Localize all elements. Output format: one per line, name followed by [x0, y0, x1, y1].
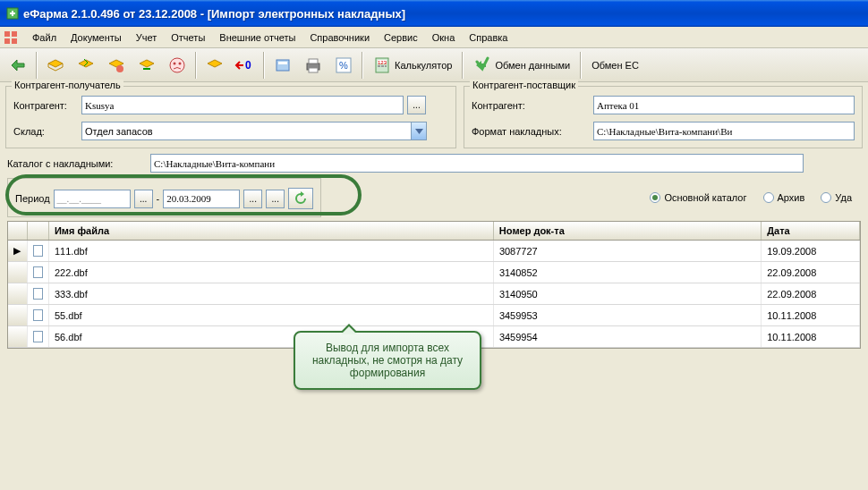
menu-directories[interactable]: Справочники: [302, 28, 377, 47]
svg-rect-10: [277, 60, 289, 71]
toolbar-separator: [580, 52, 582, 79]
period-from-input[interactable]: __.__.____: [54, 190, 131, 208]
svg-rect-13: [309, 59, 318, 63]
menu-reports[interactable]: Отчеты: [164, 28, 212, 47]
radio-archive[interactable]: Архив: [763, 192, 805, 203]
toolbar-btn-5[interactable]: [132, 51, 161, 80]
cell-date: 10.11.2008: [762, 326, 860, 347]
svg-point-7: [174, 62, 176, 64]
title-bar: еФарма 2.1.0.496 от 23.12.2008 - [Импорт…: [0, 0, 868, 27]
toolbar-separator: [36, 52, 38, 79]
menu-accounting[interactable]: Учет: [129, 28, 165, 47]
row-checkbox[interactable]: [28, 326, 49, 347]
toolbar-btn-4[interactable]: [102, 51, 131, 80]
toolbar-calculator[interactable]: 123 Калькулятор: [367, 51, 458, 80]
toolbar-separator: [362, 52, 363, 79]
invoice-grid: Имя файла Номер док-та Дата ▶111.dbf3087…: [7, 221, 861, 349]
supplier-group: Контрагент-поставщик Контрагент: Аптека …: [464, 86, 863, 148]
toolbar-btn-percent[interactable]: %: [329, 51, 358, 80]
catalog-label: Каталог с накладными:: [7, 158, 141, 169]
grid-header-file[interactable]: Имя файла: [49, 222, 494, 240]
table-row[interactable]: 55.dbf345995310.11.2008: [8, 305, 860, 326]
cell-date: 22.09.2008: [762, 283, 860, 304]
toolbar-btn-3[interactable]: [72, 51, 100, 80]
toolbar-btn-9[interactable]: [268, 51, 297, 80]
toolbar-btn-8[interactable]: 0: [231, 51, 260, 80]
toolbar-btn-6[interactable]: [163, 51, 191, 80]
svg-text:0: 0: [245, 59, 251, 72]
period-extra-browse[interactable]: ...: [266, 190, 285, 208]
chevron-down-icon[interactable]: [411, 122, 426, 139]
row-checkbox[interactable]: [28, 283, 49, 304]
supplier-format-input[interactable]: C:\Накладные\Вита-компани\Ви: [593, 122, 855, 140]
row-indicator: [8, 305, 28, 325]
svg-text:123: 123: [378, 60, 387, 65]
toolbar-btn-2[interactable]: [41, 51, 70, 80]
menu-file[interactable]: Файл: [25, 28, 64, 47]
cell-date: 22.09.2008: [762, 262, 860, 283]
row-checkbox[interactable]: [28, 241, 49, 261]
row-indicator: ▶: [8, 241, 28, 261]
toolbar-btn-1[interactable]: [4, 51, 32, 80]
period-legend: Период: [15, 193, 50, 204]
supplier-format-label: Формат накладных:: [472, 126, 590, 137]
recipient-legend: Контрагент-получатель: [12, 80, 123, 90]
recipient-group: Контрагент-получатель Контрагент: Ksusya…: [5, 86, 456, 148]
cell-doc: 3140852: [494, 262, 762, 283]
toolbar-exchange[interactable]: Обмен данными: [467, 51, 576, 80]
grid-header-check[interactable]: [28, 222, 49, 240]
period-from-browse[interactable]: ...: [134, 190, 153, 208]
supplier-contractor-input[interactable]: Аптека 01: [593, 96, 855, 114]
radio-main-catalog[interactable]: Основной каталог: [650, 192, 746, 203]
menu-help[interactable]: Справка: [462, 28, 515, 47]
grid-corner[interactable]: [8, 222, 28, 240]
svg-rect-14: [309, 68, 318, 72]
row-checkbox[interactable]: [28, 262, 49, 283]
grid-header-doc[interactable]: Номер док-та: [494, 222, 762, 240]
toolbar-separator: [462, 52, 464, 79]
cell-file: 55.dbf: [49, 305, 494, 325]
svg-point-8: [179, 62, 182, 64]
toolbar-btn-printer[interactable]: [299, 51, 328, 80]
refresh-button[interactable]: [288, 188, 313, 209]
toolbar: 0 % 123 Калькулятор Обмен данными Обмен …: [0, 48, 868, 82]
recipient-warehouse-label: Склад:: [13, 126, 78, 137]
menu-bar: Файл Документы Учет Отчеты Внешние отчет…: [0, 27, 868, 48]
mdi-icon[interactable]: [4, 30, 18, 45]
cell-date: 10.11.2008: [762, 305, 860, 325]
toolbar-separator: [263, 52, 265, 79]
radio-delete[interactable]: Уда: [821, 192, 852, 203]
table-row[interactable]: ▶111.dbf308772719.09.2008: [8, 241, 860, 262]
period-to-input[interactable]: 20.03.2009: [163, 190, 240, 208]
table-row[interactable]: 222.dbf314085222.09.2008: [8, 262, 860, 283]
menu-windows[interactable]: Окна: [425, 28, 463, 47]
svg-rect-3: [4, 38, 10, 44]
window-title: еФарма 2.1.0.496 от 23.12.2008 - [Импорт…: [23, 7, 405, 21]
recipient-contractor-browse[interactable]: ...: [407, 96, 426, 114]
svg-rect-1: [4, 31, 10, 37]
svg-text:%: %: [339, 60, 348, 71]
recipient-contractor-label: Контрагент:: [13, 100, 78, 111]
period-to-browse[interactable]: ...: [243, 190, 262, 208]
row-checkbox[interactable]: [28, 305, 49, 325]
menu-service[interactable]: Сервис: [377, 28, 425, 47]
toolbar-exchange-ec[interactable]: Обмен ЕС: [585, 51, 645, 80]
toolbar-exchange-ec-label: Обмен ЕС: [591, 60, 639, 71]
cell-doc: 3087727: [494, 241, 762, 261]
recipient-contractor-input[interactable]: Ksusya: [81, 96, 404, 114]
catalog-input[interactable]: C:\Накладные\Вита-компани: [150, 154, 804, 173]
menu-external-reports[interactable]: Внешние отчеты: [212, 28, 302, 47]
cell-doc: 3459953: [494, 305, 762, 325]
supplier-legend: Контрагент-поставщик: [470, 80, 578, 90]
svg-rect-20: [378, 65, 380, 67]
table-row[interactable]: 333.dbf314095022.09.2008: [8, 283, 860, 305]
svg-rect-4: [12, 38, 17, 44]
svg-point-6: [170, 58, 184, 72]
toolbar-btn-7[interactable]: [200, 51, 229, 80]
cell-file: 222.dbf: [49, 262, 494, 283]
svg-point-5: [116, 65, 123, 72]
recipient-warehouse-combo[interactable]: Отдел запасов: [81, 122, 427, 140]
menu-documents[interactable]: Документы: [64, 28, 129, 47]
grid-header-date[interactable]: Дата: [762, 222, 860, 240]
toolbar-exchange-label: Обмен данными: [495, 60, 570, 71]
